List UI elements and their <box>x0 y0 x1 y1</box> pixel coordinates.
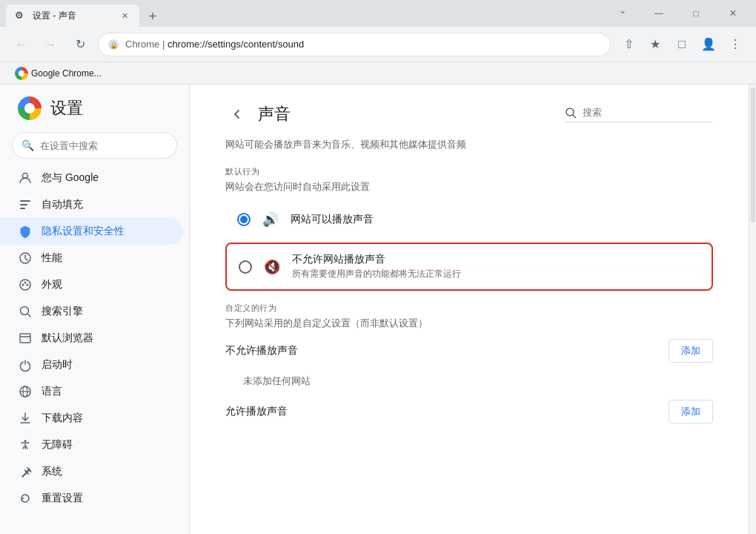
address-text: Chrome | chrome://settings/content/sound <box>125 39 601 50</box>
sidebar-search-icon: 🔍 <box>21 139 34 151</box>
block-add-button[interactable]: 添加 <box>669 339 713 363</box>
custom-behavior-sublabel: 下列网站采用的是自定义设置（而非默认设置） <box>225 317 713 330</box>
svg-point-7 <box>20 280 30 290</box>
back-button-content[interactable] <box>225 102 249 126</box>
scrollbar-thumb <box>751 88 755 222</box>
appearance-icon <box>18 277 33 292</box>
sidebar-item-search[interactable]: 搜索引擎 <box>0 298 183 325</box>
sidebar-item-language[interactable]: 语言 <box>0 378 183 405</box>
forward-button[interactable]: → <box>39 33 62 56</box>
sidebar-header: 设置 <box>0 90 189 132</box>
sidebar-search-bar[interactable]: 🔍 <box>12 132 177 159</box>
maximize-button[interactable]: □ <box>679 0 713 27</box>
sidebar-item-startup[interactable]: 启动时 <box>0 352 183 378</box>
share-button[interactable]: ⇧ <box>617 33 640 56</box>
back-button[interactable]: ← <box>9 33 33 56</box>
block-sites-label: 不允许播放声音 <box>225 344 298 357</box>
sidebar-item-google[interactable]: 您与 Google <box>0 165 183 191</box>
bookmark-button[interactable]: ★ <box>643 33 667 56</box>
titlebar: ⚙ 设置 - 声音 ✕ + ⌄ — □ ✕ <box>0 0 756 27</box>
new-tab-button[interactable]: + <box>142 6 163 27</box>
sidebar-item-browser-label: 默认浏览器 <box>42 332 93 345</box>
address-bar[interactable]: 🔒 Chrome | chrome://settings/content/sou… <box>98 33 611 56</box>
content-scrollbar[interactable] <box>749 85 756 534</box>
svg-point-9 <box>24 282 27 284</box>
tab-search-button[interactable]: □ <box>670 33 694 56</box>
custom-behavior-label: 自定义的行为 <box>225 303 713 314</box>
block-sound-option[interactable]: 🔇 不允许网站播放声音 所有需要使用声音的功能都将无法正常运行 <box>225 243 713 291</box>
settings-title: 设置 <box>50 97 83 119</box>
main-area: 设置 🔍 您与 Google 自动填充 隐私设置和安全性 <box>0 85 756 534</box>
sidebar-item-system[interactable]: 系统 <box>0 458 183 485</box>
nav-actions: ⇧ ★ □ 👤 ⋮ <box>617 33 747 56</box>
sidebar-item-search-label: 搜索引擎 <box>42 305 83 318</box>
default-behavior-label: 默认行为 <box>225 166 713 177</box>
chrome-logo-large-icon <box>18 96 42 120</box>
sidebar-item-reset[interactable]: 重置设置 <box>0 485 183 512</box>
bookmarks-bar: Google Chrome... <box>0 62 756 85</box>
sidebar-item-appearance-label: 外观 <box>42 278 62 291</box>
search-engine-icon <box>18 304 33 319</box>
sidebar-item-accessibility[interactable]: 无障碍 <box>0 432 183 458</box>
block-empty-text: 未添加任何网站 <box>225 369 713 394</box>
svg-point-8 <box>22 284 24 286</box>
active-tab[interactable]: ⚙ 设置 - 声音 ✕ <box>6 4 139 27</box>
block-sites-row: 不允许播放声音 添加 <box>225 339 713 363</box>
content-search-icon <box>565 107 577 119</box>
sidebar-item-language-label: 语言 <box>42 385 62 398</box>
allow-sites-label: 允许播放声音 <box>225 405 288 418</box>
allow-add-button[interactable]: 添加 <box>669 400 713 423</box>
refresh-button[interactable]: ↻ <box>68 33 92 56</box>
block-sound-sublabel: 所有需要使用声音的功能都将无法正常运行 <box>292 268 461 280</box>
shield-icon <box>18 224 33 239</box>
close-button[interactable]: ✕ <box>716 0 750 27</box>
content-title-row: 声音 <box>225 102 291 126</box>
svg-rect-5 <box>20 208 25 209</box>
language-icon <box>18 384 33 399</box>
sidebar-item-performance[interactable]: 性能 <box>0 245 183 271</box>
svg-rect-13 <box>20 334 30 343</box>
tab-title: 设置 - 声音 <box>33 10 113 22</box>
address-path: chrome://settings/content/sound <box>168 39 304 50</box>
sidebar-item-downloads[interactable]: 下载内容 <box>0 405 183 432</box>
volume-off-icon: 🔇 <box>264 259 280 275</box>
power-icon <box>18 357 33 372</box>
minimize-button[interactable]: — <box>642 0 676 27</box>
sidebar-item-browser[interactable]: 默认浏览器 <box>0 325 183 352</box>
tab-close-button[interactable]: ✕ <box>119 10 130 22</box>
block-sound-text: 不允许网站播放声音 所有需要使用声音的功能都将无法正常运行 <box>292 253 461 280</box>
profile-button[interactable]: 👤 <box>697 33 720 56</box>
sidebar-search-input[interactable] <box>40 140 168 151</box>
tab-strip: ⚙ 设置 - 声音 ✕ + <box>6 0 612 27</box>
download-icon <box>18 411 33 426</box>
svg-rect-4 <box>20 204 27 205</box>
bookmark-item-label: Google Chrome... <box>31 68 102 79</box>
bookmark-item-google-chrome[interactable]: Google Chrome... <box>9 65 107 82</box>
default-behavior-sublabel: 网站会在您访问时自动采用此设置 <box>225 180 713 194</box>
sidebar-item-performance-label: 性能 <box>42 251 62 265</box>
block-sites-section: 不允许播放声音 添加 未添加任何网站 <box>225 339 713 394</box>
sidebar-item-autofill[interactable]: 自动填充 <box>0 191 183 218</box>
allow-sound-option[interactable]: 🔊 网站可以播放声音 <box>225 202 713 237</box>
allow-sound-text: 网站可以播放声音 <box>291 213 374 226</box>
performance-icon <box>18 251 33 266</box>
sidebar-item-privacy-label: 隐私设置和安全性 <box>42 225 125 238</box>
allow-sound-radio[interactable] <box>237 213 251 226</box>
allow-sites-section: 允许播放声音 添加 <box>225 400 713 423</box>
allow-sites-row: 允许播放声音 添加 <box>225 400 713 423</box>
collapse-button[interactable]: ⌄ <box>612 0 633 21</box>
content-area: 声音 网站可能会播放声音来为音乐、视频和其他媒体提供音频 默认行为 网站会在您访… <box>190 85 749 534</box>
accessibility-icon <box>18 438 33 452</box>
wrench-icon <box>18 464 33 479</box>
custom-behavior-section: 自定义的行为 下列网站采用的是自定义设置（而非默认设置） <box>225 303 713 330</box>
autofill-icon <box>18 197 33 212</box>
sidebar-item-privacy[interactable]: 隐私设置和安全性 <box>0 218 183 245</box>
menu-button[interactable]: ⋮ <box>723 33 747 56</box>
block-sound-label: 不允许网站播放声音 <box>292 253 461 266</box>
sidebar-item-google-label: 您与 Google <box>42 171 99 185</box>
block-sound-radio[interactable] <box>239 260 252 274</box>
sidebar-item-appearance[interactable]: 外观 <box>0 271 183 298</box>
content-search-input[interactable] <box>583 107 672 118</box>
content-header: 声音 <box>225 102 713 126</box>
content-search-bar[interactable] <box>565 107 713 122</box>
